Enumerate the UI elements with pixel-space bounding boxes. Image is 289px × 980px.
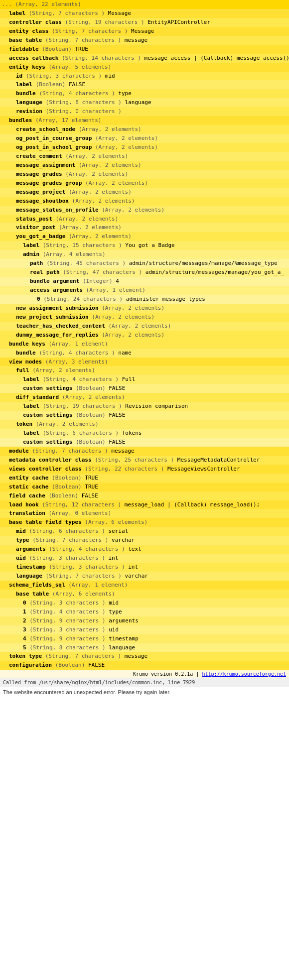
error-text: The website encountered an unexpected er… [3,689,170,695]
row-meta: (String, 4 characters ) [39,90,115,97]
tree-row: 0 (String, 24 characters ) administer me… [0,295,289,304]
row-key: dummy_message_for_replies [16,332,99,338]
tree-row: label (String, 7 characters ) Message [0,9,289,18]
row-value: administer message types [126,296,205,302]
tree-row: og_post_in_course_group (Array, 2 elemen… [0,134,289,143]
row-key: access callback [9,55,58,61]
tree-row: module (String, 7 characters ) message [0,447,289,456]
row-meta: (Boolean) [48,492,78,499]
tree-row: message_shoutbox (Array, 2 elements) [0,197,289,206]
row-value: language [125,99,151,106]
row-meta: (Array, 2 elements) [79,162,142,168]
row-key: message_status_on_profile [16,207,99,213]
row-meta: (String, 47 characters ) [63,269,142,275]
row-meta: (Boolean) [76,412,106,418]
row-meta: (Array, 2 elements) [102,207,164,213]
krumo-link[interactable]: http://krumo.sourceforge.net [202,671,286,677]
tree-row: message_project (Array, 2 elements) [0,188,289,197]
tree-row: views controller class (String, 22 chara… [0,465,289,474]
tree-row: entity keys (Array, 5 elements) [0,63,289,72]
tree-row: message_grades_group (Array, 2 elements) [0,179,289,188]
row-key: access arguments [30,287,83,293]
row-meta: (String, 7 characters ) [29,10,105,16]
row-value: varchar [125,573,148,579]
row-key: full [16,367,29,373]
krumo-label: Krumo version 0.2.1a [133,671,193,677]
row-value: FALSE [109,385,125,391]
tree-row: 0 (String, 3 characters ) mid [0,599,289,608]
tree-row: new_project_submission (Array, 2 element… [0,313,289,322]
row-key: label [23,376,39,382]
krumo-separator: | [196,671,202,677]
tree-row: language (String, 8 characters ) languag… [0,98,289,107]
row-key: configuration [9,662,52,668]
tree-row: entity class (String, 7 characters ) Mes… [0,27,289,36]
row-meta: (Boolean) [55,662,85,668]
row-key: entity class [9,28,48,34]
row-key: 1 [23,609,26,615]
row-meta: (String, 7 characters ) [45,37,121,43]
row-key: path [30,260,43,266]
row-meta: (Boolean) [76,439,106,445]
tree-row: message_assignment (Array, 2 elements) [0,161,289,170]
tree-row: language (String, 7 characters ) varchar [0,572,289,581]
tree-row: label (Boolean) FALSE [0,80,289,89]
row-value: type [118,90,132,97]
row-meta: (Array, 2 elements) [108,323,171,329]
tree-row: admin (Array, 4 elements) [0,250,289,259]
row-key: message_grades [16,171,62,177]
row-meta: (String, 22 characters ) [85,466,164,472]
row-key: 0 [37,296,40,302]
row-meta: (Array, 2 elements) [36,421,99,427]
tree-row: load hook (String, 12 characters ) messa… [0,500,289,509]
row-value: MessageMetadataController [177,457,260,463]
row-key: static cache [9,484,48,490]
tree-row: diff_standard (Array, 2 elements) [0,393,289,402]
tree-row: ... (Array, 22 elements) [0,0,289,9]
row-value: name [118,350,132,356]
row-meta: (String, 0 characters ) [46,108,122,115]
row-key: 2 [23,617,26,624]
row-meta: (Array, 2 elements) [65,153,128,159]
tree-row: 4 (String, 9 characters ) timestamp [0,634,289,643]
row-meta: (Integer) [83,278,113,284]
row-key: bundles [9,117,32,123]
row-value: FALSE [82,492,98,499]
row-value: mid [109,600,119,606]
row-key: metadata controller class [9,457,92,463]
tree-row: og_post_in_school_group (Array, 2 elemen… [0,143,289,152]
row-meta: (String, 15 characters ) [43,242,122,248]
row-meta: (Array, 2 elements) [95,135,158,141]
row-value: Message [131,28,154,34]
row-value: 4 [116,278,119,284]
row-key: timestamp [16,564,46,570]
row-key: 0 [23,600,26,606]
row-meta: (String, 7 characters ) [52,28,128,34]
row-meta: (String, 3 characters ) [29,626,105,633]
row-meta: (Array, 1 element) [48,341,108,347]
row-key: base table [16,591,49,597]
row-value: uid [109,626,119,633]
row-key: entity keys [9,64,45,70]
row-meta: (Array, 2 elements) [72,198,135,204]
tree-row: path (String, 45 characters ) admin/stru… [0,259,289,268]
row-key: view modes [9,359,42,365]
row-meta: (String, 7 characters ) [46,573,122,579]
row-meta: (String, 4 characters ) [29,609,105,615]
row-key: create_school_node [16,126,75,132]
row-key: fieldable [9,46,39,52]
row-key: arguments [16,546,46,552]
tree-row: uid (String, 3 characters ) int [0,554,289,563]
tree-row: id (String, 3 characters ) mid [0,72,289,81]
tree-row: static cache (Boolean) TRUE [0,483,289,491]
tree-row: create_school_node (Array, 2 elements) [0,125,289,134]
row-meta: (Array, 2 elements) [65,171,128,177]
row-meta: (Array, 6 elements) [85,519,147,525]
row-meta: (Boolean) [76,385,106,391]
row-meta: (String, 45 characters ) [46,260,126,266]
row-value: serial [108,528,128,534]
row-meta: (Boolean) [52,484,82,490]
tree-row: you_got_a_badge (Array, 2 elements) [0,232,289,241]
row-key: you_got_a_badge [16,233,65,240]
row-value: TRUE [85,475,98,481]
